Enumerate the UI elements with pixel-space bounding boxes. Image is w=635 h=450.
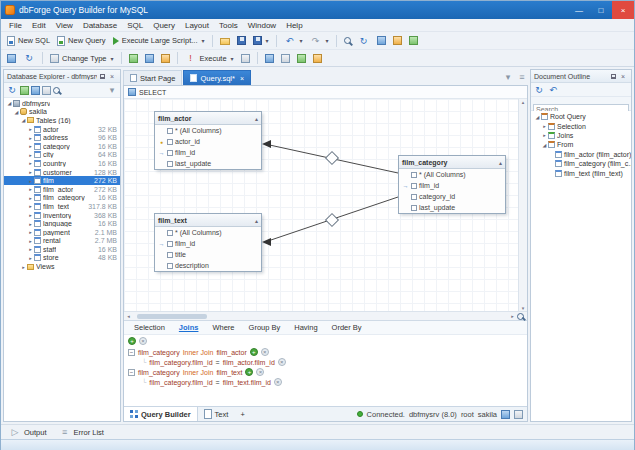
tree-item-tables-folder[interactable]: ◢ Tables (16) — [4, 116, 120, 125]
new-sql-button[interactable]: New SQL — [4, 33, 53, 48]
status-server[interactable]: dbfmysrv (8.0) — [409, 410, 457, 419]
new-query-button[interactable]: New Query — [54, 33, 109, 48]
column-checkbox[interactable] — [411, 172, 417, 178]
menu-item[interactable]: File — [4, 19, 27, 31]
status-user[interactable]: root — [461, 410, 474, 419]
diagram-column[interactable]: title — [155, 249, 261, 260]
query-section-tab[interactable]: Selection — [127, 321, 172, 334]
refresh-button[interactable]: ↻ — [355, 33, 373, 48]
column-checkbox[interactable] — [167, 263, 173, 269]
diagram-column[interactable]: film_id — [155, 147, 261, 158]
expander-icon[interactable]: ▸ — [27, 221, 34, 227]
tool-button[interactable] — [262, 51, 277, 66]
tool-button[interactable] — [390, 33, 405, 48]
tree-item-table[interactable]: ▸ customer 128 KB — [4, 168, 120, 177]
outline-item[interactable]: ▸ Joins — [531, 131, 631, 140]
tree-item-table[interactable]: ▸ store 48 KB — [4, 254, 120, 263]
menu-item[interactable]: Window — [243, 19, 281, 31]
save-button[interactable] — [234, 33, 249, 48]
tree-item-database[interactable]: ◢ sakila — [4, 108, 120, 117]
diagram-button[interactable] — [4, 51, 19, 66]
delete-join-icon[interactable]: × — [256, 368, 264, 376]
output-button[interactable]: ▷ Output — [4, 426, 52, 439]
tool-button[interactable] — [126, 51, 141, 66]
diagram-table-header[interactable]: film_category ▴ — [399, 156, 505, 169]
search-icon[interactable] — [53, 87, 60, 94]
expander-icon[interactable]: ▸ — [27, 160, 34, 166]
find-button[interactable] — [341, 33, 354, 48]
tree-item-table[interactable]: ▸ staff 16 KB — [4, 245, 120, 254]
delete-condition-icon[interactable]: × — [274, 378, 282, 386]
view-menu-icon[interactable]: ▾ — [106, 84, 118, 96]
tree-item-table[interactable]: ▸ film_actor 272 KB — [4, 185, 120, 194]
diagram-column[interactable]: * (All Columns) — [399, 169, 505, 180]
menu-item[interactable]: Tools — [214, 19, 243, 31]
tree-item-table[interactable]: ▸ city 64 KB — [4, 151, 120, 160]
tree-item-table[interactable]: ▸ film 272 KB — [4, 176, 120, 185]
query-section-tab[interactable]: Order By — [325, 321, 369, 334]
connect-icon[interactable] — [20, 86, 29, 95]
menu-item[interactable]: Edit — [27, 19, 51, 31]
expander-icon[interactable]: ▸ — [541, 132, 548, 138]
diagram-column[interactable]: actor_id — [155, 136, 261, 147]
tool-button[interactable] — [142, 51, 157, 66]
column-checkbox[interactable] — [167, 128, 173, 134]
expander-icon[interactable]: ▸ — [20, 264, 27, 270]
diagram-column[interactable]: description — [155, 260, 261, 271]
column-checkbox[interactable] — [167, 139, 173, 145]
scroll-up-icon[interactable]: ▴ — [522, 99, 525, 105]
column-checkbox[interactable] — [411, 205, 417, 211]
join-condition[interactable]: film_category.film_id = film_actor.film_… — [128, 357, 523, 367]
execute-large-script-button[interactable]: Execute Large Script... ▾ — [110, 33, 208, 48]
diagram-table-header[interactable]: film_actor ▴ — [155, 112, 261, 125]
outline-item[interactable]: film_category (film_c... — [531, 159, 631, 168]
tree-item-server[interactable]: ◢ dbfmysrv — [4, 99, 120, 108]
tab-start-page[interactable]: Start Page — [123, 70, 182, 85]
query-section-tab[interactable]: Having — [287, 321, 324, 334]
expander-icon[interactable]: ◢ — [20, 117, 27, 123]
tab-query-sql[interactable]: Query.sql* × — [183, 70, 251, 85]
collapse-icon[interactable]: ▴ — [499, 159, 502, 166]
expander-icon[interactable]: ▸ — [27, 238, 34, 244]
redo-button[interactable]: ↷▾ — [307, 33, 332, 48]
expander-icon[interactable]: ▸ — [27, 135, 34, 141]
delete-condition-icon[interactable]: × — [278, 358, 286, 366]
sync-icon[interactable]: ↶ — [547, 84, 559, 96]
maximize-button[interactable]: □ — [590, 1, 612, 19]
status-icon[interactable] — [501, 410, 510, 419]
diagram-table-header[interactable]: film_text ▴ — [155, 214, 261, 227]
expander-icon[interactable]: ▸ — [27, 229, 34, 235]
tree-item-table[interactable]: ▸ rental 2.7 MB — [4, 237, 120, 246]
expander-icon[interactable]: ▸ — [27, 152, 34, 158]
status-icon[interactable] — [514, 410, 523, 419]
tool-button[interactable] — [278, 51, 293, 66]
tree-item-table[interactable]: ▸ actor 32 KB — [4, 125, 120, 134]
execute-button[interactable]: ! Execute ▾ — [182, 51, 237, 66]
scroll-left-icon[interactable]: ◂ — [124, 313, 133, 319]
menu-item[interactable]: SQL — [122, 19, 148, 31]
tree-item-table[interactable]: ▸ film_text 317.8 KB — [4, 202, 120, 211]
column-checkbox[interactable] — [167, 150, 173, 156]
diagram-column[interactable]: * (All Columns) — [155, 125, 261, 136]
expander-icon[interactable]: ▸ — [27, 246, 34, 252]
pin-icon[interactable] — [608, 71, 618, 81]
menu-item[interactable]: Query — [148, 19, 180, 31]
tree-item-table[interactable]: ▸ payment 2.1 MB — [4, 228, 120, 237]
outline-item[interactable]: film_text (film_text) — [531, 168, 631, 177]
add-condition-icon[interactable]: + — [245, 368, 253, 376]
menu-item[interactable]: Database — [78, 19, 122, 31]
remove-join-icon[interactable]: × — [139, 337, 147, 345]
close-panel-icon[interactable]: × — [618, 71, 628, 81]
expander-icon[interactable]: ◢ — [534, 114, 541, 120]
tree-item-table[interactable]: ▸ inventory 368 KB — [4, 211, 120, 220]
expander-icon[interactable]: ◢ — [13, 109, 20, 115]
tree-item-table[interactable]: ▸ category 16 KB — [4, 142, 120, 151]
expander-icon[interactable]: ▸ — [27, 126, 34, 132]
tab-menu-icon[interactable]: ≡ — [516, 71, 528, 83]
expander-icon[interactable]: ▸ — [27, 178, 34, 184]
column-checkbox[interactable] — [167, 230, 173, 236]
expander-icon[interactable]: ▸ — [27, 169, 34, 175]
zoom-icon[interactable] — [517, 313, 524, 320]
save-all-button[interactable]: ▾ — [250, 33, 272, 48]
column-checkbox[interactable] — [167, 252, 173, 258]
